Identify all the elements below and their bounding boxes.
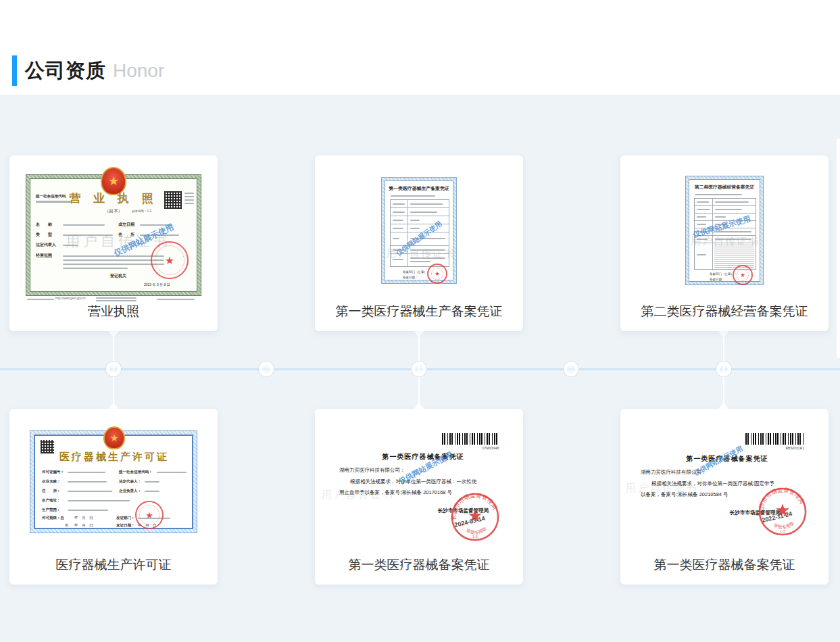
registrar-label: 登记机关: [110, 274, 126, 279]
field-value-blur: [157, 472, 187, 473]
micro-text-blur: [184, 193, 194, 194]
field-value-blur: [68, 491, 112, 492]
right-edge-sliver: [837, 139, 840, 358]
record-inner: 第二类医疗器械经营备案凭证 备案部门（公章）： 备案日期： ★ 仅供网站: [689, 179, 760, 282]
field-estab-label: 成立日期: [118, 222, 134, 228]
record-inner: 第一类医疗器械生产备案凭证 备案部门（公章）： 备案日期： ★ 仅供网站: [385, 180, 453, 280]
field-scope: 生产范围：: [42, 508, 61, 512]
timeline-node: [716, 362, 731, 376]
seal-number: 1-3: [780, 529, 785, 533]
card-caption: 营业执照: [9, 303, 218, 320]
barcode: [442, 433, 499, 445]
seal-stamp-icon: ★: [427, 264, 447, 284]
seal-stamp-icon: ★: [135, 501, 164, 529]
card-notch: [718, 403, 729, 409]
field-value-blur: [68, 472, 105, 473]
field-legal: 法定代表人：: [119, 479, 141, 484]
card-class1-record-a[interactable]: 07MION48 第一类医疗器械备案凭证 湖南力宾医疗科技有限公司： 根据相关法…: [315, 409, 523, 585]
field-legal-label: 法定代表人: [36, 243, 56, 248]
header-accent-bar: [12, 55, 17, 86]
footer-blur: [157, 299, 195, 300]
card-notch: [414, 403, 424, 409]
micro-text-blur: [184, 196, 194, 197]
record-date-line: 备案日期：: [403, 276, 418, 280]
timeline-node: [106, 362, 121, 376]
record-dept-line: 备案部门（公章）：: [403, 270, 430, 274]
license-title: 医疗器械生产许可证: [35, 451, 193, 464]
seal-number: 1-3: [472, 535, 478, 539]
card-production-license[interactable]: ★ 医疗器械生产许可证 许可证编号： 统一社会信用代码： 企业名称： 法定代表人…: [9, 409, 218, 585]
field-addr: 住 所：: [42, 489, 61, 493]
timeline-node: [259, 362, 274, 376]
license-copy-label: （副 本）: [30, 209, 197, 214]
svg-text:审批专用章: 审批专用章: [466, 526, 487, 535]
record-title: 第一类医疗器械生产备案凭证: [385, 186, 453, 192]
qr-code-icon: [164, 191, 182, 209]
section-subtitle: Honor: [113, 60, 164, 82]
field-scope-label: 经营范围: [36, 253, 52, 259]
field-value-blur: [68, 510, 108, 511]
seal-banner-text: 审批专用章: [466, 526, 487, 535]
field-term-ymd: 年 月 日: [74, 516, 93, 520]
field-issuer: 发证部门：: [116, 516, 135, 520]
license-date: 2023 年 3 月 8 日: [144, 282, 170, 287]
barcode-text: 07MION48: [442, 446, 499, 450]
card-notch: [108, 331, 119, 337]
record-title: 第二类医疗器械经营备案凭证: [689, 184, 760, 190]
section-header: 公司资质 Honor: [12, 55, 164, 86]
record-cert-photo: 第一类医疗器械生产备案凭证 备案部门（公章）： 备案日期： ★ 仅供网站: [381, 177, 457, 284]
footer-blur: [96, 297, 137, 299]
card-notch: [414, 331, 424, 337]
timeline-node: [412, 362, 426, 376]
seal-banner-text: 审批专用章: [773, 520, 795, 530]
record-subline-blur: [695, 194, 742, 195]
field-type-label: 类 型: [36, 232, 52, 238]
micro-text-blur: [184, 199, 194, 201]
card-caption: 医疗器械生产许可证: [9, 556, 218, 574]
card-business-license[interactable]: ★ 统一社会信用代码 营 业 执 照 （副 本） 副本编号：1-1 名 称 类 …: [9, 155, 218, 331]
field-term2-ymd: 年 月 日: [74, 523, 93, 528]
doc-line1: 湖南力宾医疗科技有限公司：: [339, 467, 405, 473]
field-uscc: 统一社会信用代码：: [119, 470, 153, 474]
card-caption: 第一类医疗器械备案凭证: [315, 556, 523, 574]
card-caption: 第一类医疗器械生产备案凭证: [315, 303, 523, 320]
field-value-blur: [63, 260, 164, 261]
card-caption: 第二类医疗器械经营备案凭证: [620, 303, 829, 320]
field-value-blur: [145, 481, 159, 483]
card-class1-production-record[interactable]: 第一类医疗器械生产备案凭证 备案部门（公章）： 备案日期： ★ 仅供网站: [315, 155, 523, 331]
card-class2-business-record[interactable]: 第二类医疗器械经营备案凭证 备案部门（公章）： 备案日期： ★ 仅供网站: [620, 155, 829, 331]
field-value-blur: [63, 224, 105, 226]
field-value-blur: [63, 264, 164, 265]
record-subline-blur: [391, 195, 435, 197]
seal-stamp-icon: ★: [733, 265, 753, 285]
field-license-no: 许可证编号：: [42, 470, 64, 474]
card-caption: 第一类医疗器械备案凭证: [620, 556, 829, 574]
footer-blur: [27, 299, 54, 300]
field-manager: 企业负责人：: [119, 489, 141, 493]
section-title: 公司资质: [25, 57, 106, 84]
seal-stamp-icon: ★: [151, 241, 189, 279]
field-value-blur: [145, 491, 159, 492]
svg-text:审批专用章: 审批专用章: [773, 520, 795, 530]
field-prod-addr: 生产地址：: [42, 498, 61, 503]
field-term: 许可期限：自: [42, 516, 64, 520]
footer-blur: [96, 300, 137, 301]
honor-section: ★ 统一社会信用代码 营 业 执 照 （副 本） 副本编号：1-1 名 称 类 …: [0, 95, 840, 642]
user-upload-watermark: 用户自传证书: [626, 482, 699, 495]
license-copy-no: 副本编号：1-1: [132, 209, 151, 214]
field-value-blur: [63, 255, 164, 257]
user-upload-watermark: 用户自传证书: [322, 489, 395, 501]
field-value-blur: [63, 268, 128, 269]
card-class1-record-b[interactable]: RBSXOCR1 第一类医疗器械备案凭证 湖南力宾医疗科技有限公司： 根据相关法…: [620, 409, 829, 585]
license-inner: ★ 医疗器械生产许可证 许可证编号： 统一社会信用代码： 企业名称： 法定代表人…: [34, 435, 193, 529]
card-notch: [718, 331, 729, 337]
field-value-blur: [68, 481, 107, 483]
barcode: [745, 433, 804, 445]
field-company: 企业名称：: [42, 479, 61, 484]
field-issue-date: 发证日期：: [116, 523, 135, 528]
card-notch: [108, 403, 119, 409]
timeline-node: [564, 362, 578, 376]
micro-text-blur: [184, 203, 194, 204]
barcode-text: RBSXOCR1: [745, 446, 804, 450]
production-license-photo: ★ 医疗器械生产许可证 许可证编号： 统一社会信用代码： 企业名称： 法定代表人…: [30, 430, 197, 533]
